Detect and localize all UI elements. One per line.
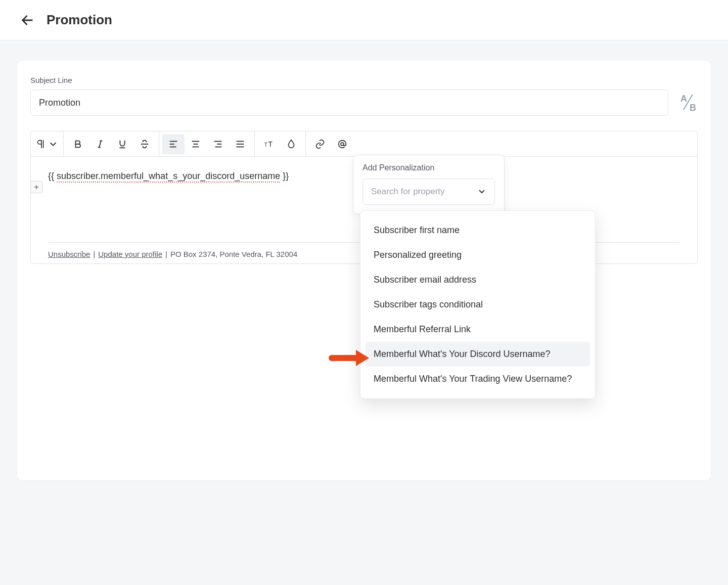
svg-text:T: T — [264, 142, 267, 147]
paragraph-style-button[interactable] — [34, 134, 60, 154]
toolbar-group-align — [159, 131, 255, 156]
template-open: {{ — [48, 171, 57, 181]
italic-button[interactable] — [89, 134, 111, 154]
svg-line-6 — [99, 141, 101, 147]
subject-input[interactable] — [30, 89, 668, 116]
annotation-arrow-icon — [329, 348, 369, 370]
menu-item[interactable]: Memberful What's Your Discord Username? — [366, 342, 590, 367]
ab-test-icon[interactable]: AB — [677, 93, 698, 113]
toolbar-group-text: TT — [255, 131, 306, 156]
update-profile-link[interactable]: Update your profile — [98, 250, 162, 258]
text-size-button[interactable]: TT — [258, 134, 280, 154]
align-right-button[interactable] — [207, 134, 229, 154]
menu-item[interactable]: Personalized greeting — [366, 243, 590, 267]
toolbar-group-insert — [306, 131, 356, 156]
svg-text:A: A — [680, 94, 687, 104]
menu-item[interactable]: Subscriber tags conditional — [366, 292, 590, 317]
footer-sep2: | — [165, 250, 167, 258]
menu-item[interactable]: Subscriber first name — [366, 218, 590, 243]
svg-marker-27 — [356, 350, 369, 366]
template-close: }} — [280, 171, 289, 181]
align-center-button[interactable] — [185, 134, 207, 154]
content-canvas: Subject Line AB — [0, 40, 728, 501]
personalization-dropdown: Subscriber first name Personalized greet… — [360, 210, 596, 399]
subject-label: Subject Line — [30, 76, 698, 84]
svg-text:T: T — [268, 140, 272, 148]
menu-item[interactable]: Subscriber email address — [366, 267, 590, 292]
footer-address: PO Box 2374, Ponte Vedra, FL 32004 — [170, 250, 297, 258]
footer-sep1: | — [93, 250, 95, 258]
menu-item[interactable]: Memberful What's Your Trading View Usern… — [366, 367, 590, 391]
personalization-placeholder: Search for property — [371, 187, 445, 197]
text-color-button[interactable] — [280, 134, 302, 154]
toolbar-group-paragraph — [31, 131, 64, 156]
back-arrow-icon[interactable] — [20, 13, 34, 27]
subject-row: AB — [30, 89, 698, 116]
add-block-button[interactable] — [30, 181, 42, 193]
unsubscribe-link[interactable]: Unsubscribe — [48, 250, 90, 258]
link-button[interactable] — [309, 134, 331, 154]
editor-template-variable: subscriber.memberful_what_s_your_discord… — [57, 171, 280, 183]
page-header: Promotion — [0, 0, 728, 40]
menu-item[interactable]: Memberful Referral Link — [366, 317, 590, 342]
personalization-panel: Add Personalization Search for property — [353, 155, 505, 214]
mention-button[interactable] — [331, 134, 353, 154]
strikethrough-button[interactable] — [133, 134, 156, 154]
svg-text:B: B — [690, 103, 696, 113]
editor-toolbar: TT — [31, 131, 697, 157]
underline-button[interactable] — [111, 134, 133, 154]
align-justify-button[interactable] — [229, 134, 251, 154]
personalization-select[interactable]: Search for property — [362, 178, 495, 205]
align-left-button[interactable] — [162, 134, 185, 154]
page-title: Promotion — [47, 12, 112, 28]
email-editor-card: Subject Line AB — [17, 61, 711, 480]
toolbar-group-formatting — [64, 131, 159, 156]
svg-point-23 — [341, 143, 344, 146]
chevron-down-icon — [477, 187, 486, 196]
bold-button[interactable] — [67, 134, 89, 154]
personalization-title: Add Personalization — [362, 163, 495, 172]
